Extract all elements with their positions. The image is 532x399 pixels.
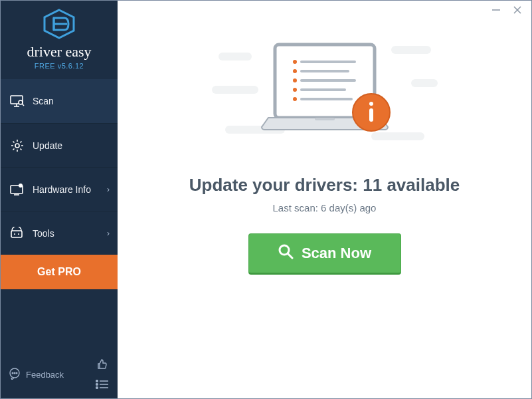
get-pro-button[interactable]: Get PRO [1, 255, 118, 289]
svg-point-22 [96, 387, 98, 389]
get-pro-label: Get PRO [37, 266, 81, 278]
brand-name: driver easy [1, 45, 118, 59]
svg-point-18 [14, 372, 15, 374]
feedback-button[interactable]: Feedback [9, 368, 64, 382]
scan-now-button[interactable]: Scan Now [248, 233, 401, 275]
chevron-right-icon: › [107, 229, 110, 238]
svg-line-7 [22, 104, 24, 106]
sidebar-item-hardware[interactable]: i Hardware Info › [1, 167, 118, 211]
svg-rect-44 [369, 108, 373, 122]
footer-icons [95, 357, 110, 392]
svg-point-35 [293, 78, 297, 82]
sidebar-item-label: Update [33, 140, 62, 151]
sidebar-item-update[interactable]: Update [1, 123, 118, 167]
svg-rect-41 [315, 118, 335, 120]
headline: Update your drivers: 11 available [189, 175, 460, 196]
svg-point-31 [293, 60, 297, 64]
search-icon [278, 243, 294, 263]
tools-icon [10, 226, 25, 241]
svg-point-43 [369, 102, 373, 106]
svg-text:i: i [20, 184, 21, 188]
svg-point-21 [96, 384, 98, 386]
window-controls [490, 1, 531, 19]
scan-now-label: Scan Now [302, 245, 371, 262]
svg-point-45 [280, 245, 289, 255]
svg-point-17 [12, 372, 13, 374]
svg-point-37 [293, 88, 297, 92]
brand: driver easy FREE v5.6.12 [1, 1, 118, 79]
svg-point-8 [15, 144, 19, 148]
sidebar-item-label: Scan [33, 96, 54, 106]
svg-point-20 [96, 380, 98, 382]
monitor-search-icon [10, 94, 25, 108]
sidebar-item-scan[interactable]: Scan [1, 79, 118, 123]
svg-point-39 [293, 97, 297, 101]
svg-rect-13 [11, 231, 22, 237]
subhead: Last scan: 6 day(s) ago [273, 202, 377, 213]
laptop-icon [248, 39, 401, 152]
feedback-label: Feedback [26, 370, 64, 380]
nav: Scan Update i [1, 79, 118, 255]
list-icon[interactable] [95, 377, 110, 392]
gear-icon [10, 138, 25, 153]
minimize-button[interactable] [490, 4, 502, 16]
laptop-illustration [212, 33, 438, 159]
hardware-info-icon: i [10, 182, 25, 197]
chevron-right-icon: › [107, 185, 110, 194]
main-panel: Update your drivers: 11 available Last s… [118, 1, 531, 398]
app-window: driver easy FREE v5.6.12 Scan [0, 0, 532, 399]
sidebar-item-label: Hardware Info [33, 184, 91, 195]
sidebar-item-label: Tools [33, 228, 54, 239]
close-button[interactable] [511, 4, 523, 16]
svg-line-46 [288, 254, 292, 258]
sidebar-footer: Feedback [1, 350, 118, 398]
brand-version: FREE v5.6.12 [1, 62, 118, 70]
svg-point-33 [293, 69, 297, 73]
sidebar-item-tools[interactable]: Tools › [1, 211, 118, 255]
sidebar: driver easy FREE v5.6.12 Scan [1, 1, 118, 398]
chat-icon [9, 368, 21, 382]
thumbs-up-icon[interactable] [95, 357, 110, 372]
svg-point-19 [16, 372, 17, 374]
app-logo-icon [1, 9, 118, 42]
